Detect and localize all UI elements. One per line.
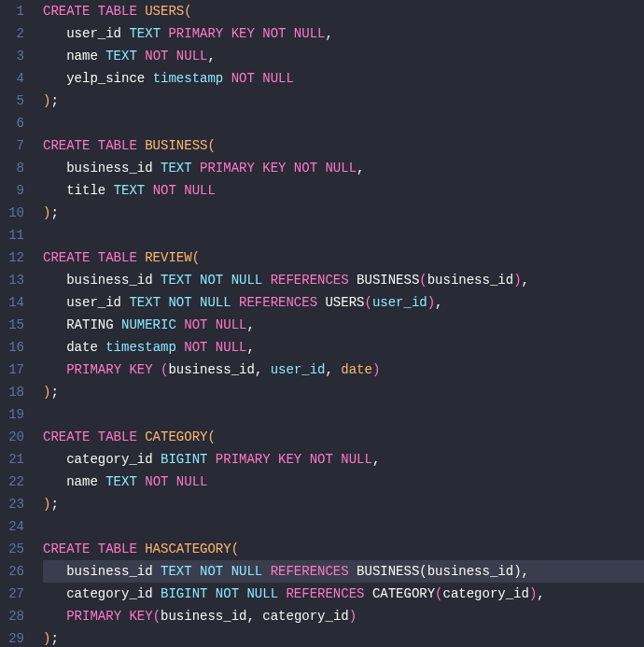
- token-punct: ,: [246, 317, 254, 332]
- token-kw: REFERENCES: [271, 564, 357, 579]
- line-number: 8: [0, 157, 24, 179]
- token-ident: category_id: [43, 586, 161, 601]
- token-ident: RATING: [43, 317, 121, 332]
- token-type: BIGINT NOT NULL: [161, 586, 286, 601]
- code-line[interactable]: [43, 112, 644, 134]
- token-kw: PRIMARY KEY NOT NULL: [216, 452, 372, 467]
- token-kw: NOT NULL: [145, 49, 207, 63]
- token-ident: USERS: [325, 295, 364, 310]
- line-number: 20: [0, 426, 24, 448]
- line-number: 12: [0, 246, 24, 269]
- code-line[interactable]: CREATE TABLE REVIEW(: [43, 246, 644, 269]
- token-paren: (: [207, 429, 215, 444]
- line-number: 25: [0, 538, 24, 560]
- token-punct: ,: [246, 340, 254, 355]
- token-type: BIGINT: [161, 452, 216, 467]
- line-number: 26: [0, 560, 24, 583]
- code-line[interactable]: [43, 224, 644, 246]
- token-kw: CREATE TABLE: [43, 138, 145, 153]
- line-number: 7: [0, 134, 24, 157]
- token-punct: ,: [537, 586, 544, 601]
- token-parenP: (: [364, 295, 371, 310]
- code-line[interactable]: CREATE TABLE HASCATEGORY(: [43, 538, 644, 560]
- token-parenP: ): [427, 295, 435, 310]
- line-number: 16: [0, 336, 24, 359]
- token-ident: category_id: [262, 609, 348, 624]
- token-name: BUSINESS: [145, 138, 207, 153]
- token-ident: [43, 609, 66, 624]
- code-line[interactable]: name TEXT NOT NULL,: [43, 45, 644, 67]
- code-line[interactable]: user_id TEXT NOT NULL REFERENCES USERS(u…: [43, 291, 644, 314]
- token-ident: business_id: [427, 273, 513, 288]
- token-ident: CATEGORY: [372, 586, 435, 601]
- token-ident: business_id: [427, 564, 513, 579]
- code-line[interactable]: CREATE TABLE USERS(: [43, 0, 644, 22]
- line-number: 11: [0, 224, 24, 246]
- code-editor-content[interactable]: CREATE TABLE USERS( user_id TEXT PRIMARY…: [34, 0, 644, 647]
- token-parenW: (: [419, 564, 427, 579]
- line-number: 21: [0, 448, 24, 471]
- token-type: timestamp: [153, 71, 231, 86]
- code-line[interactable]: [43, 403, 644, 426]
- code-line[interactable]: business_id TEXT NOT NULL REFERENCES BUS…: [43, 269, 644, 291]
- token-ident: business_id: [43, 273, 161, 288]
- token-kw: CREATE TABLE: [43, 429, 145, 444]
- line-number: 19: [0, 403, 24, 426]
- token-kw: NOT NULL: [231, 71, 294, 86]
- line-number: 28: [0, 605, 24, 627]
- token-punct: ;: [50, 385, 58, 400]
- code-line[interactable]: );: [43, 202, 644, 224]
- code-line[interactable]: yelp_since timestamp NOT NULL: [43, 67, 644, 90]
- code-line[interactable]: );: [43, 627, 644, 647]
- token-cyan: user_id: [372, 295, 427, 310]
- code-line[interactable]: CREATE TABLE BUSINESS(: [43, 134, 644, 157]
- token-punct: ,: [207, 49, 215, 63]
- code-line[interactable]: business_id TEXT PRIMARY KEY NOT NULL,: [43, 157, 644, 179]
- code-line[interactable]: );: [43, 381, 644, 403]
- code-line[interactable]: PRIMARY KEY (business_id, user_id, date): [43, 359, 644, 381]
- code-line[interactable]: date timestamp NOT NULL,: [43, 336, 644, 359]
- token-ident: name: [43, 474, 105, 489]
- line-number: 29: [0, 627, 24, 647]
- line-number: 1: [0, 0, 24, 22]
- token-ident: business_id: [161, 609, 246, 624]
- code-line[interactable]: [43, 515, 644, 538]
- code-line[interactable]: );: [43, 90, 644, 112]
- token-kw: PRIMARY KEY NOT NULL: [200, 161, 357, 176]
- code-line[interactable]: category_id BIGINT NOT NULL REFERENCES C…: [43, 583, 644, 605]
- token-kw: PRIMARY KEY NOT NULL: [168, 26, 325, 41]
- code-line[interactable]: title TEXT NOT NULL: [43, 179, 644, 202]
- token-paren: (: [192, 250, 200, 265]
- code-line[interactable]: );: [43, 493, 644, 515]
- code-line[interactable]: RATING NUMERIC NOT NULL,: [43, 314, 644, 336]
- token-parenP: ): [513, 273, 521, 288]
- line-number: 15: [0, 314, 24, 336]
- token-punct: ;: [50, 93, 58, 108]
- code-line[interactable]: user_id TEXT PRIMARY KEY NOT NULL,: [43, 22, 644, 45]
- code-line[interactable]: business_id TEXT NOT NULL REFERENCES BUS…: [43, 560, 644, 583]
- token-paren: (: [207, 138, 215, 153]
- token-ident: business_id: [168, 362, 254, 377]
- token-punct: ;: [50, 497, 58, 512]
- token-type: TEXT NOT NULL: [161, 564, 271, 579]
- token-parenP: ): [349, 609, 357, 624]
- line-number: 9: [0, 179, 24, 202]
- token-kw: CREATE TABLE: [43, 542, 145, 556]
- line-number-gutter: 1234567891011121314151617181920212223242…: [0, 0, 34, 647]
- code-line[interactable]: category_id BIGINT PRIMARY KEY NOT NULL,: [43, 448, 644, 471]
- token-type: timestamp: [105, 340, 184, 355]
- token-type: NUMERIC: [121, 317, 184, 332]
- code-line[interactable]: name TEXT NOT NULL: [43, 471, 644, 493]
- token-punct: ,: [357, 161, 364, 176]
- code-line[interactable]: PRIMARY KEY(business_id, category_id): [43, 605, 644, 627]
- token-kw: NOT NULL: [184, 340, 246, 355]
- line-number: 5: [0, 90, 24, 112]
- code-line[interactable]: CREATE TABLE CATEGORY(: [43, 426, 644, 448]
- token-kw: REFERENCES: [239, 295, 325, 310]
- token-punct: ,: [522, 273, 529, 288]
- token-parenP: ): [372, 362, 380, 377]
- token-parenP: (: [419, 273, 427, 288]
- token-type: TEXT: [105, 49, 145, 63]
- line-number: 27: [0, 583, 24, 605]
- line-number: 10: [0, 202, 24, 224]
